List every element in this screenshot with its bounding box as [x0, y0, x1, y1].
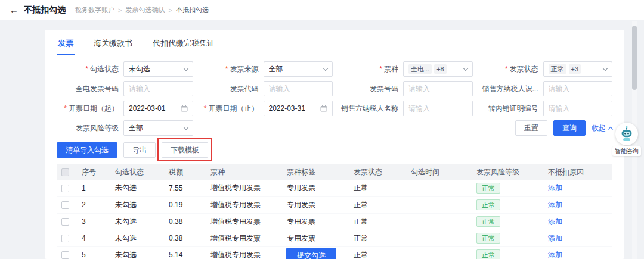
invoice-table: 序号 勾选状态 税额 票种 票种标签 发票状态 勾选时间 发票风险等级 不抵扣原… — [57, 164, 612, 259]
row-checkbox[interactable] — [61, 218, 69, 226]
cell-amount: 0.19 — [164, 196, 206, 213]
risk-level-select[interactable]: 全部 — [123, 120, 193, 136]
cell-check-status: 未勾选 — [110, 196, 164, 213]
add-reason-link[interactable]: 添加 — [548, 234, 562, 242]
tab-invoice[interactable]: 发票 — [57, 36, 75, 55]
robot-avatar — [615, 123, 638, 145]
breadcrumb-item[interactable]: 发票勾选确认 — [125, 5, 165, 14]
cell-ticket-type: 增值税专用发票 — [206, 213, 282, 230]
add-reason-link[interactable]: 添加 — [548, 201, 562, 209]
filter-label: 全电发票号码 — [57, 84, 119, 94]
cell-ticket-type: 增值税专用发票 — [206, 196, 282, 213]
filter-invoice-status: 发票状态 正常 +3 — [476, 61, 613, 77]
cell-check-time — [406, 230, 472, 246]
cell-ticket-type: 增值税专用发票 — [206, 246, 282, 259]
cell-invoice-status: 正常 — [349, 196, 406, 213]
submit-check-button[interactable]: 提交勾选 — [286, 248, 336, 259]
row-checkbox[interactable] — [61, 235, 69, 242]
filter-invoice-source: 发票来源 全部 — [197, 61, 333, 77]
filter-label: 发票号码 — [336, 84, 398, 94]
reset-button[interactable]: 重置 — [515, 120, 547, 136]
assistant-widget[interactable]: 智能咨询 — [612, 123, 641, 156]
tab-customs-payment[interactable]: 海关缴款书 — [92, 36, 134, 55]
cell-ticket-tag: 专用发票 — [282, 230, 349, 246]
filter-label: 票种 — [336, 64, 398, 74]
cell-check-status: 未勾选 — [110, 246, 164, 259]
seller-tax-id-input[interactable] — [543, 81, 613, 96]
cell-seq: 5 — [77, 246, 110, 259]
filter-check-status: 勾选状态 未勾选 — [57, 61, 193, 77]
risk-badge: 正常 — [476, 216, 500, 227]
more-count-badge: +8 — [434, 64, 447, 74]
tab-withholding-certificate[interactable]: 代扣代缴完税凭证 — [151, 36, 216, 55]
cell-check-time — [406, 213, 472, 230]
breadcrumb-item[interactable]: 税务数字账户 — [75, 5, 114, 14]
table-row: 2 未勾选 0.19 增值税专用发票 专用发票 正常 正常 添加 — [57, 196, 612, 213]
row-checkbox[interactable] — [61, 185, 69, 192]
chevron-down-icon — [463, 65, 467, 70]
calendar-icon — [181, 105, 188, 112]
search-button[interactable]: 查询 — [553, 120, 586, 136]
filter-invoice-code: 发票代码 — [197, 81, 333, 96]
filter-buttons: 重置 查询 收起 — [197, 120, 613, 136]
cell-amount: 7.55 — [164, 180, 206, 196]
invoice-status-select[interactable]: 正常 +3 — [543, 61, 613, 77]
filter-ticket-type: 票种 全电... +8 — [336, 61, 473, 77]
filter-invoice-number: 发票号码 — [336, 81, 473, 96]
filter-label: 勾选状态 — [57, 64, 119, 74]
cell-seq: 3 — [77, 213, 110, 230]
cell-check-status: 未勾选 — [110, 180, 164, 196]
add-reason-link[interactable]: 添加 — [548, 217, 562, 226]
selected-tag: 全电... — [408, 64, 432, 74]
scrollbar-thumb[interactable] — [632, 26, 637, 90]
domestic-cert-number-input[interactable] — [543, 101, 613, 116]
select-all-checkbox[interactable] — [61, 168, 69, 176]
cell-ticket-tag: 专用发票 — [282, 180, 349, 196]
cell-seq: 4 — [77, 230, 110, 246]
digital-invoice-number-input[interactable] — [123, 81, 193, 96]
risk-badge: 正常 — [476, 183, 500, 194]
col-nondeduct-reason: 不抵扣原因 — [543, 164, 612, 180]
col-check-status: 勾选状态 — [110, 164, 164, 180]
col-invoice-status: 发票状态 — [349, 164, 406, 180]
col-amount: 税额 — [164, 164, 206, 180]
import-checked-list-button[interactable]: 清单导入勾选 — [57, 142, 117, 158]
invoice-number-input[interactable] — [403, 81, 473, 96]
invoice-date-start-picker[interactable]: 2022-03-01 — [123, 101, 193, 116]
row-checkbox[interactable] — [61, 201, 69, 209]
invoice-source-select[interactable]: 全部 — [264, 61, 333, 77]
cell-ticket-type: 增值税专用发票 — [206, 180, 282, 196]
add-reason-link[interactable]: 添加 — [548, 251, 562, 259]
cell-ticket-tag: 专用发票 — [282, 196, 349, 213]
col-seq: 序号 — [77, 164, 110, 180]
export-button[interactable]: 导出 — [123, 142, 156, 158]
filter-form: 勾选状态 未勾选 发票来源 全部 票种 全电... +8 发票状态 — [57, 61, 612, 136]
ticket-type-select[interactable]: 全电... +8 — [403, 61, 473, 77]
row-checkbox[interactable] — [61, 251, 69, 259]
col-check-time: 勾选时间 — [406, 164, 472, 180]
filter-domestic-cert-number: 转内销证明编号 — [476, 101, 613, 116]
robot-icon — [617, 124, 636, 143]
seller-name-input[interactable] — [403, 101, 473, 116]
risk-badge: 正常 — [476, 199, 500, 210]
filter-label: 转内销证明编号 — [476, 104, 538, 114]
selected-tag: 正常 — [549, 64, 566, 74]
invoice-code-input[interactable] — [264, 81, 333, 96]
invoice-date-end-picker[interactable]: 2022-03-31 — [264, 101, 333, 116]
filter-label: 开票日期（止） — [197, 104, 259, 114]
collapse-link[interactable]: 收起 — [592, 123, 612, 133]
chevron-down-icon — [323, 65, 328, 70]
filter-date-start: 开票日期（起） 2022-03-01 — [57, 101, 193, 116]
cell-check-status: 未勾选 — [110, 230, 164, 246]
tab-bar: 发票 海关缴款书 代扣代缴完税凭证 — [57, 36, 612, 55]
breadcrumb-current: 不抵扣勾选 — [176, 5, 209, 14]
table-row: 4 未勾选 0.38 增值税专用发票 专用发票 正常 正常 添加 — [57, 230, 612, 246]
download-template-button[interactable]: 下载模板 — [162, 142, 208, 158]
back-arrow-icon[interactable]: ← — [10, 5, 18, 14]
add-reason-link[interactable]: 添加 — [548, 183, 562, 192]
cell-seq: 1 — [77, 180, 110, 196]
filter-label: 发票来源 — [197, 64, 259, 74]
cell-ticket-tag: 专用发票 — [282, 213, 349, 230]
check-status-select[interactable]: 未勾选 — [123, 61, 193, 77]
filter-label: 发票状态 — [476, 64, 538, 74]
